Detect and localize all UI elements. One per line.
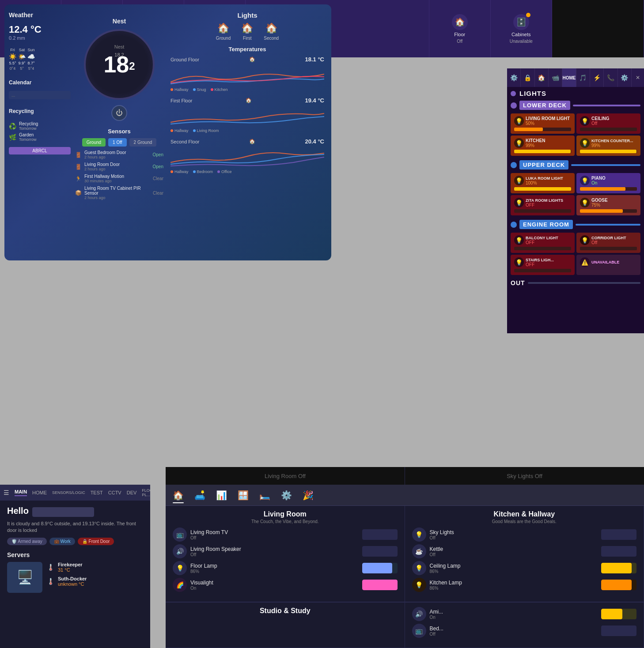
floor-lamp-device: 💡 Floor Lamp 86% xyxy=(173,561,398,575)
lights-content: LIGHTS LOWER DECK 💡 LIVING ROOM LIGHT 50… xyxy=(507,87,644,333)
lights-nav-media[interactable]: 🎵 xyxy=(576,68,590,87)
living-room-speaker-device: 🔊 Living Room Speaker Off xyxy=(173,544,398,558)
sky-lights-ctrl[interactable] xyxy=(601,529,636,540)
bed-tv-ctrl[interactable] xyxy=(601,625,636,636)
floor-lamp-info: Floor Lamp 86% xyxy=(190,563,359,574)
nest-thermostat: Nest 18.2 182 xyxy=(84,29,155,100)
lights-nav-lock[interactable]: 🔒 xyxy=(521,68,534,87)
engine-row2: 💡 STAIRS LIGH... OFF ⚠️ Unavailable xyxy=(511,255,640,275)
floor-lamp-ctrl[interactable] xyxy=(362,563,398,573)
br-nav-chart[interactable]: 📊 xyxy=(216,490,227,501)
lights-nav-camera[interactable]: 📹 xyxy=(549,68,562,87)
lights-close-button[interactable]: ✕ xyxy=(632,68,644,87)
br-nav-party[interactable]: 🎉 xyxy=(303,490,314,501)
stairs-card[interactable]: 💡 STAIRS LIGH... OFF xyxy=(511,255,575,275)
living-room-light-icon: 💡 xyxy=(514,116,524,126)
second-floor-icon: 🏠 xyxy=(249,139,255,144)
lights-nav-power[interactable]: ⚡ xyxy=(590,68,604,87)
goose-card[interactable]: 💡 Goose 75% xyxy=(576,195,640,215)
visualight-info: Visualight On xyxy=(190,580,359,591)
ceiling-lamp-ctrl[interactable] xyxy=(601,563,636,573)
goose-bar xyxy=(580,209,623,213)
visualight-name: Visualight xyxy=(190,580,359,586)
second-floor-label: Second Floor xyxy=(170,139,199,144)
lower-deck-title: LOWER DECK xyxy=(519,101,570,110)
goose-status: 75% xyxy=(591,203,608,207)
ami-status: On xyxy=(430,615,598,620)
kitchen-light-card[interactable]: 💡 KITCHEN 99% xyxy=(511,136,575,156)
ami-ctrl[interactable] xyxy=(601,609,636,619)
balcony-card[interactable]: 💡 BALCONY LIGHT OFF xyxy=(511,233,575,253)
sensor-row-3: 🏃 First Hallway Motion 30 minutes ago Cl… xyxy=(75,174,163,183)
kettle-ctrl[interactable] xyxy=(601,546,636,557)
kitchen-light-name: KITCHEN xyxy=(526,138,545,143)
visualight-ctrl[interactable] xyxy=(362,580,398,590)
ground-floor-chart xyxy=(170,64,324,87)
floor-icon: 🏠 xyxy=(452,14,468,30)
lower-deck-row2: 💡 KITCHEN 99% 💡 Kitchen counter... 99% xyxy=(511,136,640,156)
br-nav-bed[interactable]: 🛏️ xyxy=(259,490,270,501)
bottom-left-content: Hello It is cloudy and 8.9°C outside, an… xyxy=(0,501,150,598)
nav-test[interactable]: TEST xyxy=(91,490,103,495)
speaker-status: Off xyxy=(190,552,359,557)
luka-light-card[interactable]: 💡 LUKA ROOM LIGHT 100% xyxy=(511,173,575,193)
engine-room-header: ENGINE ROOM xyxy=(511,218,640,231)
tv-ctrl[interactable] xyxy=(362,529,398,540)
lights-nav-home-main[interactable]: HOME xyxy=(562,68,576,87)
zita-light-card[interactable]: 💡 ZITA ROOM LIGHTS OFF xyxy=(511,195,575,215)
lights-nav-settings[interactable]: ⚙️ xyxy=(507,68,521,87)
br-nav-home[interactable]: 🏠 xyxy=(173,490,184,501)
engine-row1: 💡 BALCONY LIGHT OFF 💡 Corridor light Off xyxy=(511,233,640,253)
upper-deck-bar xyxy=(571,164,640,166)
nest-display-label: Nest xyxy=(114,44,125,49)
lights-floor-first[interactable]: 🏠 First xyxy=(241,23,253,41)
br-nav-sofa[interactable]: 🛋️ xyxy=(194,490,205,501)
abort-button[interactable]: ABRCL xyxy=(9,147,71,154)
br-nav-window[interactable]: 🪟 xyxy=(238,490,249,501)
sky-lights-device: 💡 Sky Lights Off xyxy=(412,527,637,542)
nav-sensors[interactable]: SENSORS/LOGIC xyxy=(52,490,85,495)
weather-day-fri: Fri ☀️ 5.5° 0°4 xyxy=(9,48,16,71)
nav-home[interactable]: HOME xyxy=(32,490,47,495)
nest-power-button[interactable]: ⏻ xyxy=(111,105,127,121)
speaker-ctrl[interactable] xyxy=(362,546,398,557)
kitchen-counter-card[interactable]: 💡 Kitchen counter... 99% xyxy=(576,136,640,156)
sensor-status-4: Clear xyxy=(153,191,163,196)
floor-btn-ground[interactable]: Ground xyxy=(82,138,106,147)
out-bar xyxy=(528,282,640,284)
sky-lights-info: Sky Lights Off xyxy=(430,529,598,540)
visualight-device: 🌈 Visualight On xyxy=(173,578,398,592)
luka-light-bar xyxy=(514,187,571,191)
top-cell-dark xyxy=(552,0,644,57)
calendar-input[interactable] xyxy=(9,91,71,99)
kitchen-lamp-ctrl[interactable] xyxy=(601,580,636,590)
sensor-status-3: Clear xyxy=(153,176,163,181)
living-room-light-card[interactable]: 💡 LIVING ROOM LIGHT 50% xyxy=(511,113,575,134)
floor-label: Floor xyxy=(454,32,465,37)
piano-card[interactable]: 💡 Piano On xyxy=(576,173,640,193)
tag-armed-away[interactable]: 🛡️ Armed away xyxy=(7,538,47,545)
calendar-title: Calendar xyxy=(9,79,71,86)
weather-days: Fri ☀️ 5.5° 0°4 Sat 🌤️ 9.9° 5° Sun ☁️ 8.… xyxy=(9,48,71,71)
nav-cctv[interactable]: CCTV xyxy=(108,490,121,495)
ceiling-light-card[interactable]: 💡 Ceiling Off xyxy=(576,113,640,134)
caption-living-room: Living Room Off xyxy=(166,467,405,485)
tag-work[interactable]: 💼 Work xyxy=(49,538,75,545)
floor-btn-1[interactable]: 1 Off xyxy=(108,138,127,147)
nav-hamburger[interactable]: ☰ xyxy=(4,489,9,496)
unavailable-card[interactable]: ⚠️ Unavailable xyxy=(576,255,640,275)
gap-middle xyxy=(335,68,346,324)
br-nav-settings[interactable]: ⚙️ xyxy=(281,490,292,501)
lights-floor-second[interactable]: 🏠 Second xyxy=(264,23,279,41)
tag-front-door[interactable]: 🔒 Front Door xyxy=(78,538,114,545)
lights-nav-settings2[interactable]: ⚙️ xyxy=(618,68,632,87)
lights-nav-phone[interactable]: 📞 xyxy=(604,68,617,87)
nav-main[interactable]: MAIN xyxy=(15,489,27,496)
floor-btn-2[interactable]: 2 Ground xyxy=(129,138,157,147)
lights-nav-home[interactable]: 🏠 xyxy=(535,68,549,87)
lights-floor-ground[interactable]: 🏠 Ground xyxy=(216,23,231,41)
first-floor-label: First Floor xyxy=(170,98,193,103)
nav-dev[interactable]: DEV xyxy=(127,490,137,495)
corridor-card[interactable]: 💡 Corridor light Off xyxy=(576,233,640,253)
extra-devices: 🔊 Ami... On 📺 Bed... Off xyxy=(412,607,637,638)
